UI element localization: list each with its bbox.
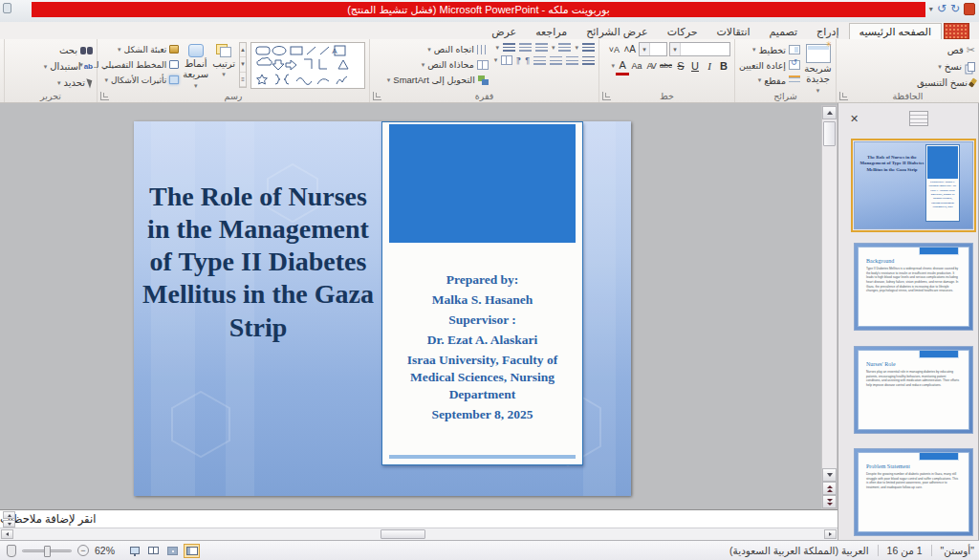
redo-icon[interactable]: ↻ xyxy=(950,2,960,15)
section-button[interactable]: مقطع ▾ xyxy=(739,73,800,88)
zoom-slider[interactable] xyxy=(22,549,72,552)
reset-button[interactable]: إعادة التعيين xyxy=(739,57,800,73)
align-right-icon[interactable] xyxy=(582,56,595,65)
tab-animations[interactable]: حركات xyxy=(658,24,707,39)
line-spacing-icon[interactable] xyxy=(503,43,515,52)
font-size-combo[interactable]: ▾ xyxy=(639,42,667,56)
scroll-right-button[interactable] xyxy=(824,529,837,539)
layout-button[interactable]: تخطيط ▾ xyxy=(739,42,800,57)
select-button[interactable]: تحديد ▾ xyxy=(9,75,93,91)
group-paragraph: ▾ ▾ ▾ ¶ ¶ ▾ ا xyxy=(369,39,598,102)
thumbnail-slide-1[interactable]: The Role of Nurses in the Management of … xyxy=(854,141,973,229)
numbering-icon[interactable] xyxy=(558,43,571,52)
panel-blue-rectangle xyxy=(389,124,576,243)
notes-scroll-up[interactable] xyxy=(3,511,15,519)
underline-button[interactable]: U xyxy=(688,58,702,73)
tab-slideshow[interactable]: عرض الشرائح xyxy=(577,24,658,39)
clear-formatting-button[interactable]: abc xyxy=(659,58,673,73)
rtl-direction-icon[interactable]: ¶ xyxy=(525,55,530,65)
scroll-down-button[interactable] xyxy=(822,468,837,482)
outline-tab-icon[interactable] xyxy=(909,111,928,126)
notes-scroll-down[interactable] xyxy=(3,520,15,528)
thumb2-title: Background xyxy=(866,258,961,264)
undo-icon[interactable]: ↺ xyxy=(937,2,946,15)
fit-to-window-button[interactable] xyxy=(7,545,16,557)
zoom-out-button[interactable]: − xyxy=(77,545,89,556)
clipboard-dialog-launcher[interactable] xyxy=(839,92,848,100)
reading-view-button[interactable] xyxy=(145,544,162,558)
slide-canvas[interactable]: The Role of Nurses in the Management of … xyxy=(134,121,631,496)
align-left-icon[interactable] xyxy=(550,56,562,65)
slide-title-text[interactable]: The Role of Nurses in the Management of … xyxy=(141,181,375,344)
reset-icon xyxy=(789,60,800,70)
qat-customize-icon[interactable]: ▾ xyxy=(929,5,933,13)
align-center-icon[interactable] xyxy=(566,56,578,65)
cut-button[interactable]: ✂ قص xyxy=(840,42,975,58)
arrange-button[interactable]: ترتيب ▾ xyxy=(212,42,235,89)
zoom-slider-thumb[interactable] xyxy=(44,546,51,557)
font-dialog-launcher[interactable] xyxy=(602,92,611,100)
panel-text-block[interactable]: Prepared by: Malka S. Hasaneh Supervisor… xyxy=(387,271,577,426)
decrease-indent-icon[interactable] xyxy=(535,43,548,52)
copy-button[interactable]: نسخ ▾ xyxy=(840,58,975,75)
zoom-level[interactable]: 62% xyxy=(95,545,115,556)
increase-indent-icon[interactable] xyxy=(519,43,532,52)
shapes-gallery-scrollbar[interactable]: ▲▼≡ xyxy=(239,42,247,88)
justify-icon[interactable] xyxy=(533,56,546,65)
find-button[interactable]: بحث xyxy=(9,42,93,58)
shapes-gallery[interactable]: A xyxy=(250,42,365,89)
character-spacing-button[interactable]: AV xyxy=(644,58,658,73)
align-text-button[interactable]: محاذاة النص ▾ xyxy=(387,57,489,72)
next-slide-button[interactable] xyxy=(822,495,837,508)
close-icon[interactable]: ✕ xyxy=(846,111,862,126)
format-painter-button[interactable]: نسخ التنسيق xyxy=(840,75,975,91)
font-color-button[interactable]: A xyxy=(616,58,629,73)
italic-button[interactable]: I xyxy=(703,58,716,73)
notes-pane[interactable]: انقر لإضافة ملاحظات xyxy=(0,509,838,528)
horizontal-scrollbar[interactable] xyxy=(0,528,838,540)
status-bar: − 62% "أوستن" 1 من 16 العربية (المملكة ا… xyxy=(0,540,979,560)
paragraph-dialog-launcher[interactable] xyxy=(373,92,381,100)
quick-styles-button[interactable]: أنماط سريعة ▾ xyxy=(183,42,208,89)
slide-vertical-scrollbar[interactable] xyxy=(821,105,838,509)
font-name-combo[interactable]: ▾ xyxy=(669,42,730,56)
slide-subtitle-panel[interactable]: Prepared by: Malka S. Hasaneh Supervisor… xyxy=(381,121,583,465)
scroll-up-button[interactable] xyxy=(822,106,837,119)
text-direction-button[interactable]: اتجاه النص ▾ xyxy=(387,42,489,56)
file-tab[interactable] xyxy=(944,23,969,39)
tab-design[interactable]: تصميم xyxy=(760,24,808,39)
language-indicator[interactable]: العربية (المملكة العربية السعودية) xyxy=(729,545,869,556)
normal-view-button[interactable] xyxy=(184,544,200,558)
new-slide-button[interactable]: شريحة جديدة ▾ xyxy=(804,42,832,89)
notes-scrollbar[interactable] xyxy=(3,511,15,528)
change-case-button[interactable]: Aa xyxy=(630,58,643,73)
slide-editing-area[interactable]: The Role of Nurses in the Management of … xyxy=(0,103,838,509)
tab-view[interactable]: عرض xyxy=(482,24,526,39)
shrink-font-button[interactable]: A˅ xyxy=(607,42,620,56)
scrollbar-thumb[interactable] xyxy=(823,121,836,146)
replace-button[interactable]: ab استبدال ▾ xyxy=(9,58,93,75)
tab-review[interactable]: مراجعه xyxy=(526,24,577,39)
drawing-dialog-launcher[interactable] xyxy=(100,92,109,100)
previous-slide-button[interactable] xyxy=(822,482,837,495)
thumbnail-slide-3[interactable]: Nurses' Role Nurses play an essential ro… xyxy=(854,346,973,434)
theme-name[interactable]: "أوستن" xyxy=(941,545,974,556)
slide-sorter-view-button[interactable] xyxy=(164,544,181,558)
ltr-direction-icon[interactable]: ¶ xyxy=(516,55,521,65)
scroll-left-button[interactable] xyxy=(1,529,13,539)
slideshow-view-button[interactable] xyxy=(126,544,142,558)
grow-font-button[interactable]: A˄ xyxy=(622,42,637,56)
columns-icon[interactable] xyxy=(501,55,512,65)
tab-transitions[interactable]: انتقالات xyxy=(707,24,760,39)
convert-smartart-button[interactable]: التحويل إلى SmartArt ▾ xyxy=(387,73,489,87)
bullets-icon[interactable] xyxy=(582,43,595,52)
strikethrough-button[interactable]: S xyxy=(674,58,687,73)
hscroll-thumb[interactable] xyxy=(381,529,425,539)
tab-home[interactable]: الصفحه الرئيسيه xyxy=(849,23,942,39)
tab-insert[interactable]: إدراج xyxy=(807,24,848,39)
thumbnail-slide-4[interactable]: Problem Statement Despite the growing nu… xyxy=(854,448,973,536)
thumbnail-slide-2[interactable]: Background Type II Diabetes Mellitus is … xyxy=(854,243,973,331)
bold-button[interactable]: B xyxy=(717,58,730,73)
cursor-arrow-icon xyxy=(86,76,94,88)
ribbon: ✂ قص نسخ ▾ نسخ التنسيق الحافظة شريحة جدي… xyxy=(0,39,979,103)
